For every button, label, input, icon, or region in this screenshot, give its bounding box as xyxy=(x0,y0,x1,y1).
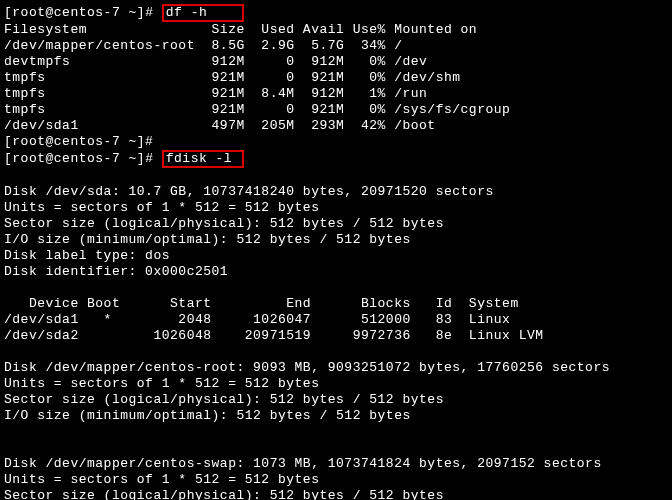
disk-swap-info: Disk /dev/mapper/centos-swap: 1073 MB, 1… xyxy=(4,456,668,472)
disk-sda-info: Disk identifier: 0x000c2501 xyxy=(4,264,668,280)
disk-sda-info: I/O size (minimum/optimal): 512 bytes / … xyxy=(4,232,668,248)
prompt-line-1: [root@centos-7 ~]# df -h xyxy=(4,4,668,22)
disk-root-info: Sector size (logical/physical): 512 byte… xyxy=(4,392,668,408)
prompt-pre: [root@centos-7 ~] xyxy=(4,5,145,20)
prompt-line-2: [root@centos-7 ~]# fdisk -l xyxy=(4,150,668,168)
cmd-fdisk-l: fdisk -l xyxy=(162,150,245,168)
disk-swap-info: Sector size (logical/physical): 512 byte… xyxy=(4,488,668,500)
disk-swap-info: Units = sectors of 1 * 512 = 512 bytes xyxy=(4,472,668,488)
df-row: /dev/sda1 497M 205M 293M 42% /boot xyxy=(4,118,668,134)
disk-root-info: Units = sectors of 1 * 512 = 512 bytes xyxy=(4,376,668,392)
prompt-pre: [root@centos-7 ~] xyxy=(4,151,145,166)
df-header: Filesystem Size Used Avail Use% Mounted … xyxy=(4,22,668,38)
blank-line xyxy=(4,280,668,296)
partition-header: Device Boot Start End Blocks Id System xyxy=(4,296,668,312)
disk-sda-info: Units = sectors of 1 * 512 = 512 bytes xyxy=(4,200,668,216)
disk-sda-info: Disk /dev/sda: 10.7 GB, 10737418240 byte… xyxy=(4,184,668,200)
df-row: devtmpfs 912M 0 912M 0% /dev xyxy=(4,54,668,70)
df-row: /dev/mapper/centos-root 8.5G 2.9G 5.7G 3… xyxy=(4,38,668,54)
blank-line xyxy=(4,424,668,440)
prompt-line-empty: [root@centos-7 ~]# xyxy=(4,134,668,150)
disk-sda-info: Disk label type: dos xyxy=(4,248,668,264)
cmd-df-h: df -h xyxy=(162,4,245,22)
disk-sda-info: Sector size (logical/physical): 512 byte… xyxy=(4,216,668,232)
partition-row: /dev/sda2 1026048 20971519 9972736 8e Li… xyxy=(4,328,668,344)
terminal[interactable]: [root@centos-7 ~]# df -h Filesystem Size… xyxy=(4,4,668,500)
disk-root-info: I/O size (minimum/optimal): 512 bytes / … xyxy=(4,408,668,424)
df-row: tmpfs 921M 0 921M 0% /sys/fs/cgroup xyxy=(4,102,668,118)
disk-root-info: Disk /dev/mapper/centos-root: 9093 MB, 9… xyxy=(4,360,668,376)
df-row: tmpfs 921M 8.4M 912M 1% /run xyxy=(4,86,668,102)
prompt-hash: # xyxy=(145,151,162,166)
partition-row: /dev/sda1 * 2048 1026047 512000 83 Linux xyxy=(4,312,668,328)
blank-line xyxy=(4,440,668,456)
prompt-hash: # xyxy=(145,5,162,20)
blank-line xyxy=(4,344,668,360)
df-row: tmpfs 921M 0 921M 0% /dev/shm xyxy=(4,70,668,86)
blank-line xyxy=(4,168,668,184)
